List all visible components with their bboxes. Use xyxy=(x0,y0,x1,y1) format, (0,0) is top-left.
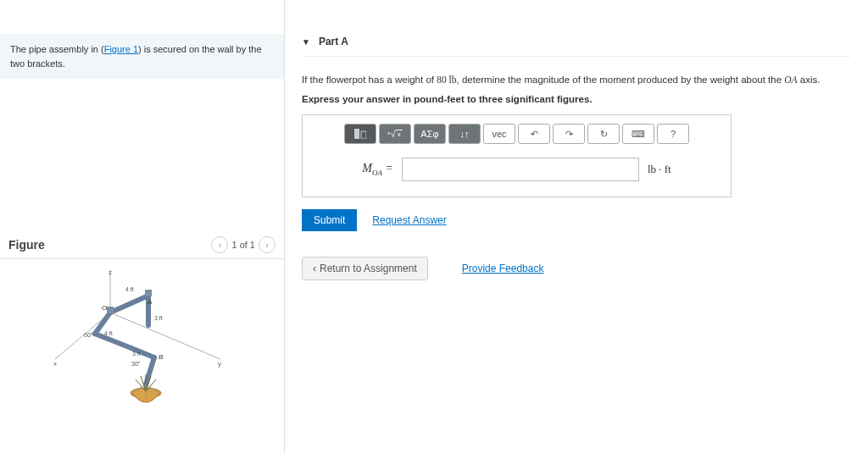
reset-button[interactable]: ↻ xyxy=(587,124,620,144)
angle-30: 30° xyxy=(131,361,141,367)
unit-label: lb · ft xyxy=(648,163,671,176)
svg-rect-10 xyxy=(107,307,114,313)
request-answer-link[interactable]: Request Answer xyxy=(372,214,446,226)
point-A-label: A xyxy=(147,298,152,306)
point-B-label: B xyxy=(159,353,164,361)
equation-toolbar: ⁿ√x ΑΣφ ↓↑ vec ↶ ↷ ↻ ⌨ ? xyxy=(311,124,722,144)
part-a-title: Part A xyxy=(319,36,348,47)
svg-line-6 xyxy=(95,334,131,348)
undo-button[interactable]: ↶ xyxy=(518,124,550,144)
sqrt-button[interactable]: ⁿ√x xyxy=(379,124,411,144)
template-button[interactable] xyxy=(344,124,376,144)
svg-line-2 xyxy=(110,313,220,359)
angle-60: 60° xyxy=(84,332,93,338)
svg-rect-20 xyxy=(354,129,359,139)
dim-4ft-mid: 4 ft xyxy=(104,330,113,336)
prev-figure-button[interactable]: ‹ xyxy=(211,236,228,253)
axis-x-label: x xyxy=(53,360,57,368)
figure-image: z x y A B xyxy=(0,259,284,421)
next-figure-button[interactable]: › xyxy=(259,236,275,253)
return-button[interactable]: ‹ Return to Assignment xyxy=(302,257,428,280)
scripts-button[interactable]: ↓↑ xyxy=(448,124,481,144)
svg-rect-9 xyxy=(145,290,152,296)
svg-line-8 xyxy=(146,357,154,385)
variable-label: MOA = xyxy=(362,162,393,177)
axis-y-label: y xyxy=(218,360,221,368)
figure-page-label: 1 of 1 xyxy=(231,240,255,250)
answer-widget: ⁿ√x ΑΣφ ↓↑ vec ↶ ↷ ↻ ⌨ ? MOA = lb · ft xyxy=(302,114,732,197)
collapse-icon: ▼ xyxy=(302,37,310,47)
dim-4ft-top: 4 ft xyxy=(125,286,134,292)
figure-link[interactable]: Figure 1 xyxy=(104,44,138,54)
greek-button[interactable]: ΑΣφ xyxy=(414,124,446,144)
dim-3ft-right: 3 ft xyxy=(154,315,163,321)
dim-3ft-low: 3 ft xyxy=(132,351,141,357)
figure-heading: Figure xyxy=(8,238,45,252)
answer-input[interactable] xyxy=(402,158,639,181)
problem-statement: The pipe assembly in (Figure 1) is secur… xyxy=(0,34,284,79)
part-a-header[interactable]: ▼ Part A xyxy=(302,24,851,57)
point-O-label: O xyxy=(102,304,107,312)
provide-feedback-link[interactable]: Provide Feedback xyxy=(462,263,544,274)
svg-rect-21 xyxy=(361,131,366,139)
submit-button[interactable]: Submit xyxy=(302,209,357,231)
redo-button[interactable]: ↷ xyxy=(553,124,585,144)
keyboard-button[interactable]: ⌨ xyxy=(622,124,654,144)
chevron-left-icon: ‹ xyxy=(313,263,316,274)
problem-text-pre: The pipe assembly in ( xyxy=(10,44,104,54)
help-button[interactable]: ? xyxy=(657,124,689,144)
vec-button[interactable]: vec xyxy=(483,124,515,144)
question-text: If the flowerpot has a weight of 80 lb, … xyxy=(302,72,851,87)
figure-pagination: ‹ 1 of 1 › xyxy=(211,236,275,253)
axis-z-label: z xyxy=(108,269,112,276)
svg-line-3 xyxy=(110,296,148,313)
answer-instruction: Express your answer in pound-feet to thr… xyxy=(302,94,851,104)
